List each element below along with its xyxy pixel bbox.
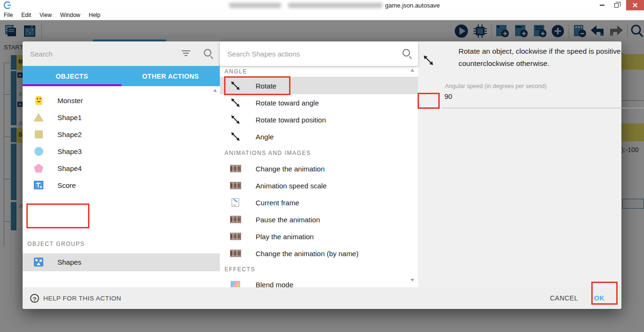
menu-edit[interactable]: Edit [21, 12, 31, 18]
menu-window[interactable]: Window [60, 12, 80, 18]
film-icon [229, 250, 242, 257]
triangle-icon [33, 113, 44, 121]
action-row-rotate[interactable]: Rotate [220, 77, 418, 94]
square-icon [33, 130, 44, 138]
filter-icon[interactable] [181, 50, 191, 57]
object-groups-header: OBJECT GROUPS [27, 241, 85, 247]
rotate-icon [229, 97, 242, 108]
group-row-shapes[interactable]: Shapes [23, 253, 220, 271]
redacted-title-segment [288, 3, 382, 8]
object-row-shape4[interactable]: Shape4 [23, 160, 220, 177]
tab-other-actions[interactable]: OTHER ACTIONS [121, 66, 220, 86]
action-row-change-animation[interactable]: Change the animation [220, 160, 418, 177]
restore-icon [614, 3, 619, 8]
film-icon [229, 182, 242, 189]
cancel-button[interactable]: CANCEL [550, 294, 578, 302]
search-icon[interactable] [402, 49, 410, 57]
monster-icon [33, 96, 44, 105]
help-icon: ? [30, 294, 39, 303]
object-search-input[interactable] [30, 50, 171, 58]
object-panel-tabs: OBJECTS OTHER ACTIONS [23, 66, 220, 86]
action-row-change-animation-by-name[interactable]: Change the animation (by name) [220, 245, 418, 262]
section-header-effects: EFFECTS [225, 266, 255, 273]
action-description: Rotate an object, clockwise if the speed… [459, 45, 642, 70]
object-group-icon [33, 258, 44, 267]
restore-button[interactable] [609, 0, 623, 10]
action-editor-dialog: OBJECTS OTHER ACTIONS Monster Shape1 Sha… [23, 41, 621, 309]
text-object-icon [33, 181, 44, 189]
rotate-icon [423, 55, 434, 68]
object-search-bar [23, 41, 220, 66]
action-row-blend-mode[interactable]: Blend mode [220, 276, 418, 287]
gdevelop-logo-icon [4, 1, 11, 9]
redacted-title-segment [229, 3, 281, 8]
window-title: game.json.autosave [385, 2, 440, 9]
action-row-angle[interactable]: Angle [220, 128, 418, 145]
object-row-shape2[interactable]: Shape2 [23, 126, 220, 143]
rotate-icon [229, 81, 242, 91]
film-icon [229, 165, 242, 172]
title-bar: game.json.autosave [0, 0, 644, 10]
scroll-up-icon[interactable] [411, 69, 414, 72]
angular-speed-label: Angular speed (in degrees per second) [445, 83, 547, 89]
section-header-animations: ANIMATIONS AND IMAGES [225, 150, 311, 156]
menu-file[interactable]: File [4, 12, 13, 18]
actions-list: ANGLE Rotate Rotate toward angle Rotate … [220, 66, 418, 287]
object-row-shape1[interactable]: Shape1 [23, 109, 220, 126]
frame-icon [229, 198, 242, 207]
action-row-rotate-toward-angle[interactable]: Rotate toward angle [220, 94, 418, 111]
scroll-up-icon[interactable] [213, 89, 217, 92]
menu-bar: File Edit View Window Help [0, 10, 644, 20]
actions-search-input[interactable] [227, 50, 383, 58]
dialog-footer: ? HELP FOR THIS ACTION CANCEL OK [23, 287, 621, 309]
action-row-current-frame[interactable]: Current frame [220, 194, 418, 211]
action-row-play-animation[interactable]: Play the animation [220, 228, 418, 245]
ok-button[interactable]: OK [594, 294, 604, 302]
angular-speed-input[interactable] [444, 92, 539, 100]
tab-objects[interactable]: OBJECTS [23, 66, 121, 86]
help-for-this-action-link[interactable]: ? HELP FOR THIS ACTION [30, 294, 121, 303]
rotate-icon [229, 131, 242, 142]
menu-view[interactable]: View [40, 12, 52, 18]
action-row-animation-speed[interactable]: Animation speed scale [220, 177, 418, 194]
menu-help[interactable]: Help [89, 12, 101, 18]
scroll-down-icon[interactable] [411, 279, 414, 282]
object-row-score[interactable]: Score [23, 177, 220, 194]
actions-search-bar [220, 41, 418, 66]
film-icon [229, 216, 242, 223]
rotate-icon [229, 114, 242, 125]
minimize-icon [600, 5, 604, 6]
action-detail-panel: Rotate an object, clockwise if the speed… [418, 41, 621, 287]
action-row-pause-animation[interactable]: Pause the animation [220, 211, 418, 228]
blend-mode-icon [229, 281, 242, 288]
object-row-monster[interactable]: Monster [23, 92, 220, 109]
object-list: Monster Shape1 Shape2 Shape3 Shape4 Scor… [23, 86, 220, 287]
search-icon[interactable] [204, 49, 211, 57]
section-header-angle: ANGLE [225, 68, 247, 75]
film-icon [229, 233, 242, 240]
minimize-button[interactable] [595, 0, 609, 10]
circle-icon [33, 147, 44, 156]
pentagon-icon [33, 164, 44, 173]
close-button[interactable] [626, 0, 644, 10]
action-row-rotate-toward-position[interactable]: Rotate toward position [220, 111, 418, 128]
object-row-shape3[interactable]: Shape3 [23, 143, 220, 160]
